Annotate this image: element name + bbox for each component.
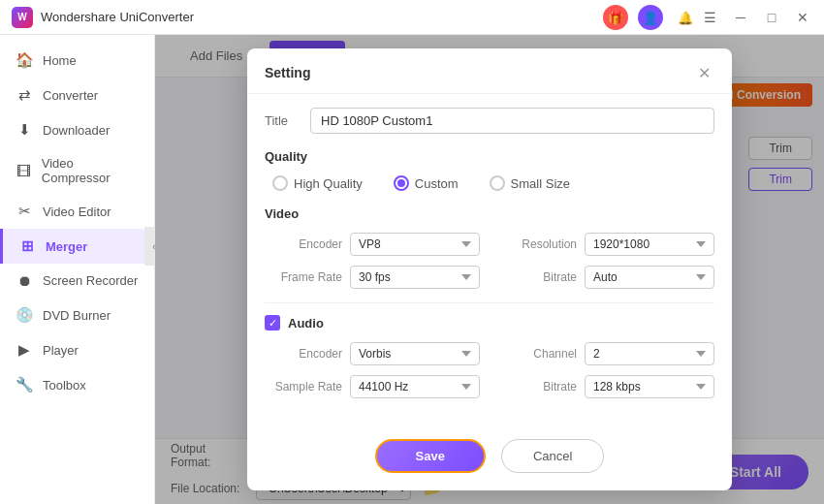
video-encoder-select[interactable]: VP8 [350, 233, 480, 256]
save-button[interactable]: Save [375, 439, 486, 473]
window-controls: ☰ ─ □ ✕ [696, 0, 816, 35]
video-resolution-row: Resolution 1920*1080 [499, 233, 714, 256]
audio-header: ✓ Audio [265, 315, 714, 331]
minimize-button[interactable]: ─ [727, 4, 754, 31]
sidebar-item-video-compressor[interactable]: 🎞 Video Compressor [0, 147, 154, 194]
screen-recorder-icon: ⏺ [16, 272, 33, 289]
audio-section-header: Audio [288, 316, 324, 331]
sidebar-item-merger[interactable]: ⊞ Merger ‹ [0, 229, 154, 264]
audio-checkbox[interactable]: ✓ [265, 315, 280, 331]
video-bitrate-select[interactable]: Auto [585, 266, 714, 289]
sidebar-item-video-editor[interactable]: ✂ Video Editor [0, 194, 154, 229]
video-framerate-select[interactable]: 30 fps [350, 266, 480, 289]
audio-samplerate-select[interactable]: 44100 Hz [350, 375, 480, 398]
cancel-button[interactable]: Cancel [501, 439, 604, 473]
radio-custom[interactable] [394, 175, 409, 191]
dialog-title: Setting [265, 65, 310, 80]
sidebar-label-downloader: Downloader [43, 123, 110, 138]
video-resolution-label: Resolution [499, 237, 577, 251]
video-compressor-icon: 🎞 [16, 163, 32, 179]
video-encoder-label: Encoder [265, 237, 342, 251]
sidebar-label-toolbox: Toolbox [43, 378, 86, 393]
sidebar-item-converter[interactable]: ⇄ Converter [0, 78, 154, 112]
title-input[interactable] [310, 108, 714, 134]
modal-overlay: Setting ✕ Title Quality High [155, 35, 824, 504]
video-bitrate-label: Bitrate [499, 270, 577, 284]
audio-encoder-label: Encoder [265, 347, 342, 361]
audio-bitrate-row: Bitrate 128 kbps [499, 375, 714, 398]
sidebar-label-merger: Merger [46, 239, 87, 254]
video-fields: Encoder VP8 Resolution 1920*1080 [265, 233, 714, 289]
quality-small-label: Small Size [511, 176, 570, 191]
video-editor-icon: ✂ [16, 203, 33, 220]
sidebar-label-video-editor: Video Editor [43, 205, 111, 219]
sidebar-label-converter: Converter [43, 88, 98, 103]
maximize-button[interactable]: □ [758, 4, 785, 31]
dialog-footer: Save Cancel [247, 425, 732, 490]
audio-samplerate-row: Sample Rate 44100 Hz [265, 375, 480, 398]
quality-high[interactable]: High Quality [272, 175, 363, 191]
quality-small-size[interactable]: Small Size [490, 175, 570, 191]
audio-samplerate-label: Sample Rate [265, 380, 342, 394]
title-field-label: Title [265, 113, 299, 128]
converter-icon: ⇄ [16, 86, 33, 104]
title-row: Title [265, 108, 714, 134]
quality-custom-label: Custom [415, 176, 459, 191]
sidebar: 🏠 Home ⇄ Converter ⬇ Downloader 🎞 Video … [0, 35, 155, 504]
content-area: Add Files Export ⚡ High Speed Conversion… [155, 35, 824, 504]
sidebar-item-toolbox[interactable]: 🔧 Toolbox [0, 367, 154, 402]
sidebar-label-screen-recorder: Screen Recorder [43, 273, 138, 288]
setting-dialog: Setting ✕ Title Quality High [247, 48, 732, 490]
video-bitrate-row: Bitrate Auto [499, 266, 714, 289]
video-encoder-row: Encoder VP8 [265, 233, 480, 256]
video-framerate-row: Frame Rate 30 fps [265, 266, 480, 289]
sidebar-label-player: Player [43, 343, 79, 358]
sidebar-label-home: Home [43, 53, 77, 68]
toolbox-icon: 🔧 [16, 376, 33, 394]
sidebar-item-downloader[interactable]: ⬇ Downloader [0, 112, 154, 147]
audio-channel-row: Channel 2 [499, 342, 714, 365]
app-logo: W Wondershare UniConverter [12, 7, 194, 28]
title-bar: W Wondershare UniConverter 🎁 👤 🔔 ☰ ─ □ ✕ [0, 0, 824, 35]
quality-section-header: Quality [265, 149, 714, 164]
video-section-header: Video [265, 206, 714, 221]
user-icon[interactable]: 👤 [638, 5, 663, 30]
audio-encoder-row: Encoder Vorbis [265, 342, 480, 365]
audio-channel-label: Channel [499, 347, 577, 361]
home-icon: 🏠 [16, 51, 33, 69]
audio-fields: Encoder Vorbis Channel 2 [265, 342, 714, 398]
audio-bitrate-label: Bitrate [499, 380, 577, 394]
menu-icon[interactable]: ☰ [696, 4, 723, 31]
app-title: Wondershare UniConverter [41, 10, 194, 24]
sidebar-item-dvd-burner[interactable]: 💿 DVD Burner [0, 298, 154, 332]
quality-custom[interactable]: Custom [394, 175, 459, 191]
video-resolution-select[interactable]: 1920*1080 [585, 233, 714, 256]
main-layout: 🏠 Home ⇄ Converter ⬇ Downloader 🎞 Video … [0, 35, 824, 504]
sidebar-item-player[interactable]: ▶ Player [0, 332, 154, 367]
radio-high-quality[interactable] [272, 175, 288, 191]
audio-section: ✓ Audio Encoder Vorbis Channel [265, 302, 714, 398]
title-bar-notifs: 🎁 👤 🔔 [603, 0, 698, 35]
downloader-icon: ⬇ [16, 121, 33, 139]
sidebar-item-screen-recorder[interactable]: ⏺ Screen Recorder [0, 264, 154, 298]
sidebar-item-home[interactable]: 🏠 Home [0, 43, 154, 78]
radio-small-size[interactable] [490, 175, 505, 191]
dvd-burner-icon: 💿 [16, 306, 33, 324]
audio-bitrate-select[interactable]: 128 kbps [585, 375, 714, 398]
player-icon: ▶ [16, 341, 33, 359]
sidebar-label-video-compressor: Video Compressor [42, 156, 139, 185]
close-button[interactable]: ✕ [789, 4, 816, 31]
quality-options: High Quality Custom Small Size [265, 175, 714, 191]
merger-icon: ⊞ [18, 237, 36, 255]
audio-channel-select[interactable]: 2 [585, 342, 714, 365]
audio-encoder-select[interactable]: Vorbis [350, 342, 480, 365]
dialog-header: Setting ✕ [247, 48, 732, 94]
gift-icon[interactable]: 🎁 [603, 5, 628, 30]
dialog-close-button[interactable]: ✕ [693, 62, 714, 83]
sidebar-label-dvd-burner: DVD Burner [43, 308, 111, 323]
video-framerate-label: Frame Rate [265, 270, 342, 284]
dialog-body: Title Quality High Quality Custom [247, 94, 732, 425]
app-icon: W [12, 7, 33, 28]
bell-icon[interactable]: 🔔 [673, 5, 698, 30]
quality-high-label: High Quality [294, 176, 363, 191]
